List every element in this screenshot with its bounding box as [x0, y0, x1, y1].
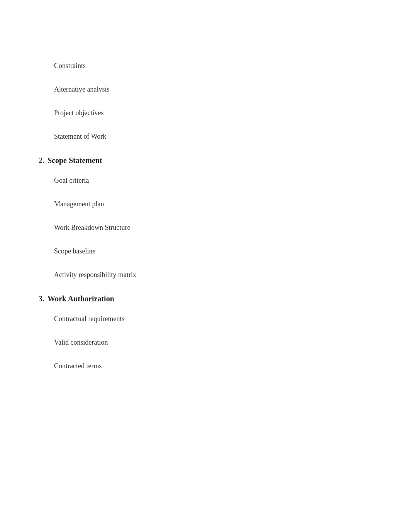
section-2-number: 2.: [39, 156, 44, 165]
list-item: Constraints: [54, 62, 371, 70]
list-item: Contractual requirements: [54, 315, 371, 323]
list-item: Work Breakdown Structure: [54, 224, 371, 232]
list-item: Scope baseline: [54, 247, 371, 255]
list-item: Project objectives: [54, 109, 371, 117]
section-3-number: 3.: [39, 294, 44, 303]
section-2-label: Scope Statement: [47, 156, 102, 165]
list-item: Statement of Work: [54, 133, 371, 141]
list-item: Valid consideration: [54, 338, 371, 347]
section-3-header: 3. Work Authorization: [39, 294, 371, 303]
work-authorization-section: 3. Work Authorization Contractual requir…: [39, 294, 371, 370]
scope-statement-section: 2. Scope Statement Goal criteria Managem…: [39, 156, 371, 279]
pre-section: Constraints Alternative analysis Project…: [39, 62, 371, 141]
list-item: Goal criteria: [54, 177, 371, 185]
section-2-header: 2. Scope Statement: [39, 156, 371, 165]
list-item: Contracted terms: [54, 362, 371, 370]
list-item: Activity responsibility matrix: [54, 271, 371, 279]
list-item: Alternative analysis: [54, 85, 371, 93]
section-3-label: Work Authorization: [47, 294, 114, 303]
list-item: Management plan: [54, 200, 371, 208]
